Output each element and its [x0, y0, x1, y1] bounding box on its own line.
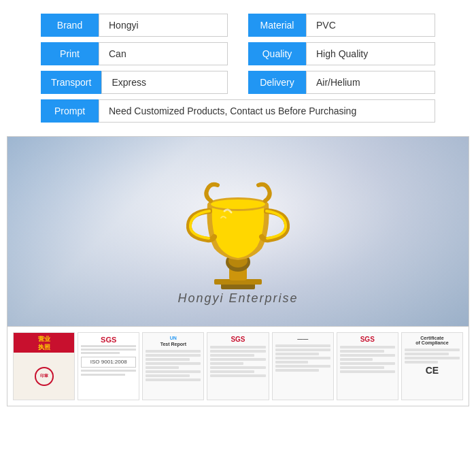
prompt-value: Need Customized Products, Contact us Bef…	[99, 99, 435, 123]
cert-sgs-4: SGS	[337, 332, 398, 400]
cert3-header: UN	[170, 336, 177, 340]
delivery-row: Delivery Air/Helium	[248, 71, 435, 94]
material-row: Material PVC	[248, 14, 435, 37]
delivery-label: Delivery	[248, 71, 306, 94]
cert-sgs-3: ——	[272, 332, 334, 400]
cert-sgs-2: SGS	[207, 332, 269, 400]
quality-label: Quality	[248, 42, 306, 65]
cert2-content: SGS ISO 9001:2008	[78, 333, 139, 400]
prompt-row: Prompt Need Customized Products, Contact…	[41, 99, 435, 123]
cert-test-report: UN Test Report	[142, 332, 204, 400]
sgs-logo-1: SGS	[81, 336, 136, 344]
cert6-lines	[340, 344, 395, 374]
transport-row: Transport Express	[41, 71, 228, 94]
brand-value: Hongyi	[99, 14, 228, 37]
sgs-logo-2: SGS	[231, 336, 245, 343]
print-label: Print	[41, 42, 99, 65]
cert5-header: ——	[297, 336, 308, 342]
cert2-lines: ISO 9001:2008	[81, 345, 136, 376]
cert7-title: Certificateof Compliance	[415, 336, 448, 345]
trophy-image	[170, 163, 306, 300]
cert7-lines	[405, 347, 460, 365]
print-value: Can	[99, 42, 228, 65]
info-section: Brand Hongyi Material PVC Print Can Qual…	[0, 0, 476, 129]
brand-row: Brand Hongyi	[41, 14, 228, 37]
cert3-content: UN Test Report	[143, 333, 203, 400]
quality-value: High Quality	[306, 42, 435, 65]
cert6-content: SGS	[337, 333, 398, 400]
cert5-content: ——	[273, 333, 333, 400]
material-label: Material	[248, 14, 306, 37]
svg-point-6	[211, 199, 265, 209]
cert5-lines	[275, 343, 330, 373]
brand-label: Brand	[41, 14, 99, 37]
cert3-lines	[146, 349, 201, 383]
prompt-label: Prompt	[41, 99, 99, 123]
trophy-section: Hongyi Enterprise	[7, 136, 469, 327]
enterprise-name: Hongyi Enterprise	[177, 291, 298, 306]
cert-business-license: 营业执照 印章	[13, 332, 75, 400]
cert3-title: Test Report	[160, 342, 186, 346]
certificates-section: 营业执照 印章 SGS ISO 9001:2008	[7, 327, 469, 406]
ce-mark: CE	[426, 365, 439, 376]
main-container: Brand Hongyi Material PVC Print Can Qual…	[0, 0, 476, 406]
quality-row: Quality High Quality	[248, 42, 435, 65]
print-row: Print Can	[41, 42, 228, 65]
sgs-logo-4: SGS	[360, 336, 375, 343]
cert-sgs-1: SGS ISO 9001:2008	[78, 332, 139, 400]
transport-label: Transport	[41, 71, 101, 94]
cert1-title: 营业执照	[37, 333, 52, 353]
delivery-value: Air/Helium	[306, 71, 435, 94]
material-value: PVC	[306, 14, 435, 37]
cert4-content: SGS	[207, 333, 268, 400]
cert1-content: 印章	[14, 353, 74, 400]
cert4-lines	[210, 344, 265, 378]
info-grid: Brand Hongyi Material PVC Print Can Qual…	[41, 14, 435, 123]
cert7-content: Certificateof Compliance CE	[402, 333, 462, 400]
cert-compliance: Certificateof Compliance CE	[401, 332, 463, 400]
cert1-seal: 印章	[35, 367, 54, 386]
transport-value: Express	[101, 71, 228, 94]
